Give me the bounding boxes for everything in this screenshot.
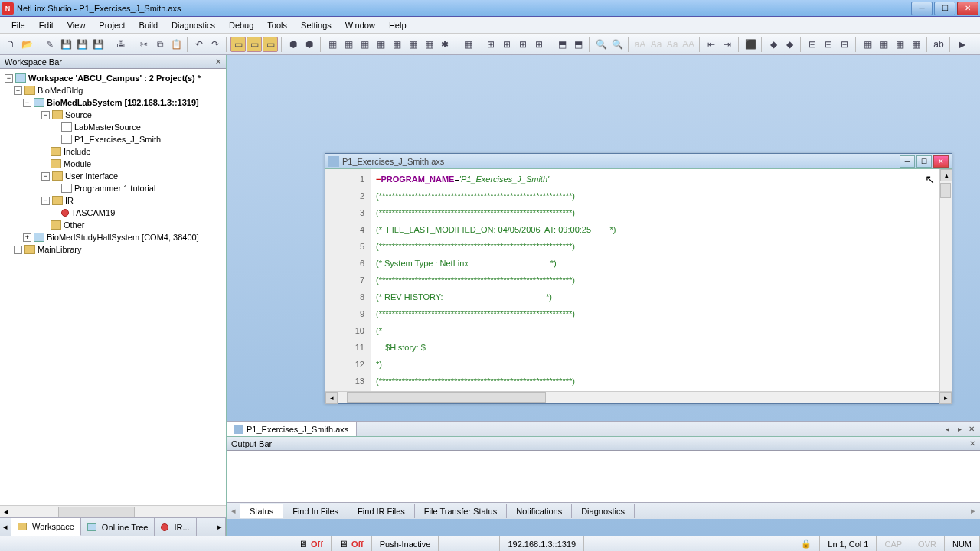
hscrollbar[interactable]: ◂: [0, 505, 226, 517]
save-icon[interactable]: 💾: [58, 37, 74, 52]
menu-settings[interactable]: Settings: [294, 18, 338, 32]
tree-system[interactable]: +BioMedStudyHallSystem [COM4, 38400]: [2, 231, 224, 243]
tb-icon[interactable]: ▦: [892, 37, 907, 52]
tb-icon[interactable]: ⊞: [531, 37, 547, 52]
menu-project[interactable]: Project: [92, 18, 132, 32]
editor-maximize-button[interactable]: ☐: [916, 155, 932, 168]
tb-icon[interactable]: ▭: [230, 37, 246, 52]
indent-icon[interactable]: ⇤: [704, 37, 719, 52]
tb-icon[interactable]: ⊞: [483, 37, 498, 52]
output-close-icon[interactable]: ✕: [969, 439, 975, 448]
tb-icon[interactable]: ⬒: [554, 37, 570, 52]
doc-tab[interactable]: P1_Exercises_J_Smith.axs: [227, 422, 357, 436]
tab-online-tree[interactable]: OnLine Tree: [81, 518, 155, 536]
vscrollbar[interactable]: ▴: [939, 169, 952, 391]
undo-icon[interactable]: ↶: [191, 37, 207, 52]
tb-icon[interactable]: ⊟: [821, 37, 836, 52]
tree-ir-file[interactable]: TASCAM19: [2, 207, 224, 219]
close-button[interactable]: ✕: [957, 2, 978, 15]
tree-root[interactable]: −Workspace 'ABCU_Campus' : 2 Project(s) …: [2, 72, 224, 84]
tb-icon[interactable]: ⊟: [837, 37, 852, 52]
tb-icon[interactable]: ▦: [876, 37, 891, 52]
tab-file-transfer[interactable]: File Transfer Status: [415, 504, 507, 518]
tb-icon[interactable]: ⊞: [515, 37, 531, 52]
scroll-right-icon[interactable]: ▸: [939, 392, 952, 404]
paste-icon[interactable]: 📋: [168, 37, 184, 52]
tree-file[interactable]: P1_Exercises_J_Smith: [2, 133, 224, 145]
menu-window[interactable]: Window: [338, 18, 382, 32]
tab-ir[interactable]: IR...: [155, 518, 196, 536]
tab-find-files[interactable]: Find In Files: [283, 504, 348, 518]
edit-icon[interactable]: ✎: [42, 37, 57, 52]
menu-tools[interactable]: Tools: [260, 18, 294, 32]
maximize-button[interactable]: ☐: [934, 2, 956, 15]
tree-project[interactable]: +MainLibrary: [2, 243, 224, 256]
tb-icon[interactable]: ▦: [421, 37, 436, 52]
tb-icon[interactable]: ▶: [954, 37, 969, 52]
menu-file[interactable]: File: [5, 18, 32, 32]
workspace-close-icon[interactable]: ✕: [215, 57, 221, 66]
tree-system[interactable]: −BioMedLabSystem [192.168.1.3::1319]: [2, 96, 224, 109]
case-icon[interactable]: AA: [681, 37, 696, 52]
tb-icon[interactable]: ◆: [766, 37, 781, 52]
tree-other[interactable]: Other: [2, 219, 224, 231]
editor-body[interactable]: 12345678910111213 −PROGRAM_NAME='P1_Exer…: [325, 169, 952, 391]
tab-status[interactable]: Status: [240, 504, 283, 518]
copy-icon[interactable]: ⧉: [152, 37, 168, 52]
tb-icon[interactable]: ▦: [908, 37, 923, 52]
menu-build[interactable]: Build: [132, 18, 165, 32]
editor-titlebar[interactable]: P1_Exercises_J_Smith.axs ─ ☐ ✕: [325, 154, 952, 169]
menu-view[interactable]: View: [60, 18, 93, 32]
tb-icon[interactable]: ⬛: [743, 37, 758, 52]
tb-icon[interactable]: ▭: [263, 37, 278, 52]
print-icon[interactable]: 🖶: [113, 37, 129, 52]
save-all-icon[interactable]: 💾: [74, 37, 90, 52]
menu-debug[interactable]: Debug: [222, 18, 260, 32]
workspace-tree[interactable]: −Workspace 'ABCU_Campus' : 2 Project(s) …: [0, 69, 226, 505]
tree-include[interactable]: Include: [2, 145, 224, 158]
tb-icon[interactable]: ⊟: [805, 37, 820, 52]
hscrollbar[interactable]: ◂ ▸: [325, 391, 952, 403]
tab-next-icon[interactable]: ▸: [966, 504, 980, 518]
tab-diagnostics[interactable]: Diagnostics: [572, 504, 635, 518]
scroll-thumb[interactable]: [940, 183, 951, 198]
indent-icon[interactable]: ⇥: [720, 37, 735, 52]
find-icon[interactable]: 🔍: [593, 37, 609, 52]
tb-icon[interactable]: ⬒: [570, 37, 586, 52]
tb-icon[interactable]: ▦: [860, 37, 875, 52]
tab-close-icon[interactable]: ✕: [966, 424, 977, 435]
code-area[interactable]: −PROGRAM_NAME='P1_Exercises_J_Smith' (**…: [371, 169, 952, 391]
tb-icon[interactable]: ▦: [357, 37, 372, 52]
tab-prev-icon[interactable]: ◂: [227, 504, 240, 518]
case-icon[interactable]: Aa: [648, 37, 664, 52]
find-icon[interactable]: 🔍: [609, 37, 625, 52]
tb-icon[interactable]: ▦: [325, 37, 340, 52]
tree-ir[interactable]: −IR: [2, 194, 224, 207]
scroll-left-icon[interactable]: ◂: [325, 392, 338, 404]
tab-notifications[interactable]: Notifications: [507, 504, 572, 518]
tree-ui[interactable]: −User Interface: [2, 170, 224, 182]
tree-file[interactable]: LabMasterSource: [2, 121, 224, 133]
tb-icon[interactable]: ▦: [389, 37, 404, 52]
scroll-up-icon[interactable]: ▴: [940, 169, 952, 181]
open-icon[interactable]: 📂: [19, 37, 34, 52]
tb-icon[interactable]: ▦: [405, 37, 420, 52]
tab-find-ir[interactable]: Find IR Files: [348, 504, 415, 518]
nav-prev[interactable]: ◂: [0, 518, 11, 536]
cut-icon[interactable]: ✂: [136, 37, 152, 52]
tree-project[interactable]: −BioMedBldg: [2, 84, 224, 96]
tb-icon[interactable]: ▦: [373, 37, 388, 52]
tb-icon[interactable]: ▦: [460, 37, 475, 52]
tab-prev-icon[interactable]: ◂: [942, 424, 952, 435]
tb-icon[interactable]: ▭: [247, 37, 262, 52]
menu-edit[interactable]: Edit: [32, 18, 60, 32]
tree-source[interactable]: −Source: [2, 109, 224, 121]
menu-help[interactable]: Help: [382, 18, 413, 32]
case-icon[interactable]: aA: [632, 37, 648, 52]
tb-icon[interactable]: ▦: [341, 37, 356, 52]
redo-icon[interactable]: ↷: [207, 37, 223, 52]
tab-workspace[interactable]: Workspace: [11, 518, 81, 536]
tb-icon[interactable]: ⬢: [302, 37, 317, 52]
nav-next[interactable]: ▸: [214, 518, 226, 536]
minimize-button[interactable]: ─: [911, 2, 933, 15]
